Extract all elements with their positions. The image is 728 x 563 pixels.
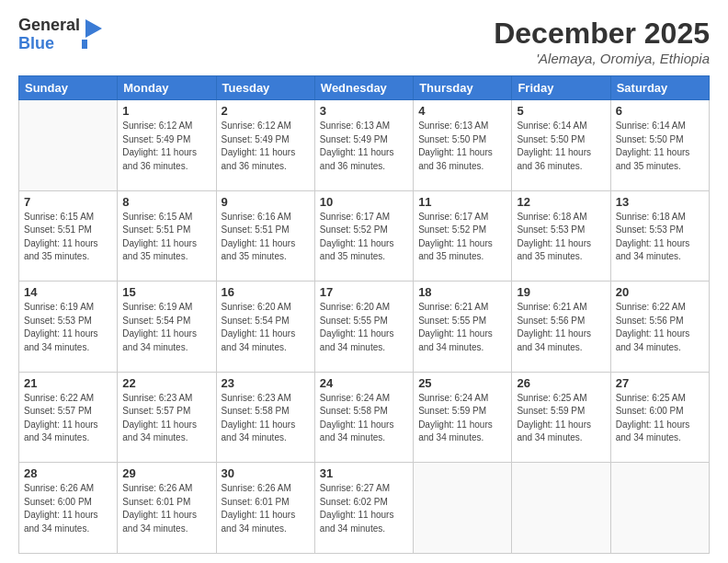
svg-marker-0 — [85, 19, 102, 38]
day-number: 25 — [418, 376, 506, 390]
day-number: 23 — [222, 376, 310, 390]
day-info: Sunrise: 6:12 AM Sunset: 5:49 PM Dayligh… — [222, 120, 310, 173]
month-title: December 2025 — [494, 17, 710, 51]
table-row: 9Sunrise: 6:16 AM Sunset: 5:51 PM Daylig… — [216, 190, 314, 282]
day-number: 3 — [320, 104, 408, 118]
day-info: Sunrise: 6:26 AM Sunset: 6:00 PM Dayligh… — [24, 482, 112, 535]
day-info: Sunrise: 6:23 AM Sunset: 5:58 PM Dayligh… — [222, 392, 310, 445]
day-number: 7 — [24, 195, 112, 209]
day-info: Sunrise: 6:24 AM Sunset: 5:59 PM Dayligh… — [418, 392, 506, 445]
day-info: Sunrise: 6:26 AM Sunset: 6:01 PM Dayligh… — [122, 482, 210, 535]
table-row — [512, 463, 610, 554]
header: General Blue December 2025 'Alemaya, Oro… — [18, 17, 710, 66]
header-wednesday: Wednesday — [314, 76, 413, 100]
day-number: 5 — [517, 104, 605, 118]
day-info: Sunrise: 6:21 AM Sunset: 5:56 PM Dayligh… — [517, 301, 605, 354]
calendar-week-row: 21Sunrise: 6:22 AM Sunset: 5:57 PM Dayli… — [19, 372, 710, 463]
day-number: 27 — [616, 376, 704, 390]
table-row: 3Sunrise: 6:13 AM Sunset: 5:49 PM Daylig… — [314, 100, 413, 191]
table-row: 4Sunrise: 6:13 AM Sunset: 5:50 PM Daylig… — [414, 100, 512, 191]
table-row: 31Sunrise: 6:27 AM Sunset: 6:02 PM Dayli… — [314, 463, 413, 554]
day-number: 20 — [616, 285, 704, 299]
day-info: Sunrise: 6:17 AM Sunset: 5:52 PM Dayligh… — [320, 211, 408, 264]
logo-general: General — [18, 17, 80, 35]
logo-icon — [82, 19, 102, 49]
table-row: 24Sunrise: 6:24 AM Sunset: 5:58 PM Dayli… — [314, 372, 413, 463]
day-info: Sunrise: 6:24 AM Sunset: 5:58 PM Dayligh… — [320, 392, 408, 445]
table-row — [19, 100, 118, 191]
day-number: 14 — [24, 285, 112, 299]
table-row — [610, 463, 709, 554]
day-number: 24 — [320, 376, 408, 390]
day-info: Sunrise: 6:26 AM Sunset: 6:01 PM Dayligh… — [222, 482, 310, 535]
table-row — [414, 463, 512, 554]
day-number: 11 — [418, 195, 506, 209]
table-row: 21Sunrise: 6:22 AM Sunset: 5:57 PM Dayli… — [19, 372, 118, 463]
header-tuesday: Tuesday — [216, 76, 314, 100]
table-row: 20Sunrise: 6:22 AM Sunset: 5:56 PM Dayli… — [610, 282, 709, 373]
day-number: 18 — [418, 285, 506, 299]
svg-rect-1 — [82, 40, 87, 49]
table-row: 16Sunrise: 6:20 AM Sunset: 5:54 PM Dayli… — [216, 282, 314, 373]
day-number: 28 — [24, 466, 112, 480]
day-info: Sunrise: 6:25 AM Sunset: 6:00 PM Dayligh… — [616, 392, 704, 445]
day-number: 17 — [320, 285, 408, 299]
table-row: 18Sunrise: 6:21 AM Sunset: 5:55 PM Dayli… — [414, 282, 512, 373]
calendar-week-row: 14Sunrise: 6:19 AM Sunset: 5:53 PM Dayli… — [19, 282, 710, 373]
day-info: Sunrise: 6:15 AM Sunset: 5:51 PM Dayligh… — [24, 211, 112, 264]
table-row: 17Sunrise: 6:20 AM Sunset: 5:55 PM Dayli… — [314, 282, 413, 373]
table-row: 28Sunrise: 6:26 AM Sunset: 6:00 PM Dayli… — [19, 463, 118, 554]
table-row: 23Sunrise: 6:23 AM Sunset: 5:58 PM Dayli… — [216, 372, 314, 463]
day-number: 13 — [616, 195, 704, 209]
day-number: 22 — [122, 376, 210, 390]
table-row: 2Sunrise: 6:12 AM Sunset: 5:49 PM Daylig… — [216, 100, 314, 191]
day-number: 26 — [517, 376, 605, 390]
table-row: 25Sunrise: 6:24 AM Sunset: 5:59 PM Dayli… — [414, 372, 512, 463]
table-row: 1Sunrise: 6:12 AM Sunset: 5:49 PM Daylig… — [118, 100, 216, 191]
logo-blue: Blue — [18, 35, 80, 53]
day-info: Sunrise: 6:18 AM Sunset: 5:53 PM Dayligh… — [517, 211, 605, 264]
day-info: Sunrise: 6:23 AM Sunset: 5:57 PM Dayligh… — [122, 392, 210, 445]
day-info: Sunrise: 6:14 AM Sunset: 5:50 PM Dayligh… — [616, 120, 704, 173]
day-number: 8 — [122, 195, 210, 209]
day-info: Sunrise: 6:19 AM Sunset: 5:54 PM Dayligh… — [122, 301, 210, 354]
day-info: Sunrise: 6:18 AM Sunset: 5:53 PM Dayligh… — [616, 211, 704, 264]
day-info: Sunrise: 6:14 AM Sunset: 5:50 PM Dayligh… — [517, 120, 605, 173]
day-info: Sunrise: 6:20 AM Sunset: 5:55 PM Dayligh… — [320, 301, 408, 354]
day-info: Sunrise: 6:25 AM Sunset: 5:59 PM Dayligh… — [517, 392, 605, 445]
header-thursday: Thursday — [414, 76, 512, 100]
calendar-week-row: 7Sunrise: 6:15 AM Sunset: 5:51 PM Daylig… — [19, 190, 710, 282]
calendar-week-row: 1Sunrise: 6:12 AM Sunset: 5:49 PM Daylig… — [19, 100, 710, 191]
page: General Blue December 2025 'Alemaya, Oro… — [0, 0, 728, 563]
table-row: 29Sunrise: 6:26 AM Sunset: 6:01 PM Dayli… — [118, 463, 216, 554]
day-number: 30 — [222, 466, 310, 480]
day-info: Sunrise: 6:12 AM Sunset: 5:49 PM Dayligh… — [122, 120, 210, 173]
day-info: Sunrise: 6:27 AM Sunset: 6:02 PM Dayligh… — [320, 482, 408, 535]
day-number: 16 — [222, 285, 310, 299]
day-number: 1 — [122, 104, 210, 118]
header-saturday: Saturday — [610, 76, 709, 100]
title-area: December 2025 'Alemaya, Oromiya, Ethiopi… — [494, 17, 710, 66]
day-number: 4 — [418, 104, 506, 118]
day-number: 6 — [616, 104, 704, 118]
location-subtitle: 'Alemaya, Oromiya, Ethiopia — [494, 51, 710, 66]
day-number: 2 — [222, 104, 310, 118]
day-info: Sunrise: 6:22 AM Sunset: 5:57 PM Dayligh… — [24, 392, 112, 445]
table-row: 14Sunrise: 6:19 AM Sunset: 5:53 PM Dayli… — [19, 282, 118, 373]
day-number: 10 — [320, 195, 408, 209]
header-friday: Friday — [512, 76, 610, 100]
header-sunday: Sunday — [19, 76, 118, 100]
table-row: 8Sunrise: 6:15 AM Sunset: 5:51 PM Daylig… — [118, 190, 216, 282]
weekday-header-row: Sunday Monday Tuesday Wednesday Thursday… — [19, 76, 710, 100]
table-row: 15Sunrise: 6:19 AM Sunset: 5:54 PM Dayli… — [118, 282, 216, 373]
day-number: 12 — [517, 195, 605, 209]
day-number: 21 — [24, 376, 112, 390]
day-number: 31 — [320, 466, 408, 480]
table-row: 6Sunrise: 6:14 AM Sunset: 5:50 PM Daylig… — [610, 100, 709, 191]
table-row: 12Sunrise: 6:18 AM Sunset: 5:53 PM Dayli… — [512, 190, 610, 282]
day-info: Sunrise: 6:21 AM Sunset: 5:55 PM Dayligh… — [418, 301, 506, 354]
table-row: 22Sunrise: 6:23 AM Sunset: 5:57 PM Dayli… — [118, 372, 216, 463]
day-number: 29 — [122, 466, 210, 480]
table-row: 26Sunrise: 6:25 AM Sunset: 5:59 PM Dayli… — [512, 372, 610, 463]
day-number: 19 — [517, 285, 605, 299]
